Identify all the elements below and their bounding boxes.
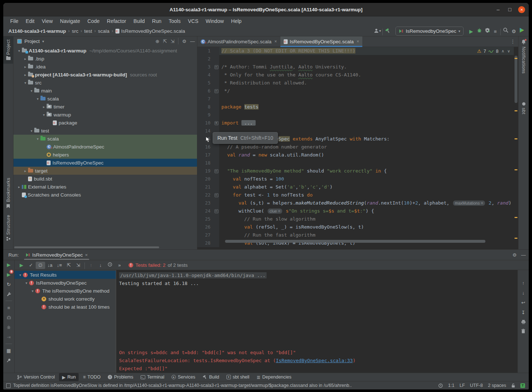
code-line[interactable]: 4 * Only for the use on the Aalto course…	[197, 71, 518, 79]
project-tree-item[interactable]: ▾warmup	[13, 111, 197, 119]
tree-chevron-icon[interactable]: ▾	[41, 113, 47, 117]
close-icon[interactable]: ×	[356, 39, 359, 44]
breadcrumb-item[interactable]: src	[72, 28, 78, 34]
debug-button[interactable]	[475, 27, 483, 35]
editor-tab-1[interactable]: ≡IsRemovedByOneSpec.scala×	[280, 36, 363, 47]
indent-setting[interactable]: 2 spaces	[488, 383, 506, 388]
breadcrumb-item[interactable]: test	[84, 28, 92, 34]
previous-failed-test-button[interactable]: ↑	[86, 262, 96, 269]
tool-window-button-dependencies[interactable]: ≣Dependencies	[254, 373, 294, 381]
tree-chevron-icon[interactable]: ▸	[41, 105, 47, 109]
menu-item-tools[interactable]: Tools	[165, 17, 184, 25]
pin-tab-button[interactable]	[5, 357, 12, 364]
close-icon[interactable]: ×	[85, 252, 88, 258]
user-dropdown[interactable]: ▾	[373, 27, 381, 35]
editor-vertical-scrollbar[interactable]	[514, 47, 518, 249]
project-tree-item[interactable]: ▾main	[13, 87, 197, 95]
breadcrumb-item[interactable]: scala	[98, 28, 110, 34]
tree-chevron-icon[interactable]: ▸	[23, 65, 28, 69]
code-line[interactable]: 1// Scala 3 (DO NOT EDIT OR REMOVE THIS …	[197, 47, 518, 55]
code-line[interactable]: 23 val (s,t) = helpers.makeMutatedReduce…	[197, 199, 518, 207]
project-tree-item[interactable]: ▸External Libraries	[13, 183, 197, 191]
project-tree-item[interactable]: ●build.sbt	[13, 175, 197, 183]
tool-strip-project-tab[interactable]: Project	[3, 36, 13, 64]
tool-window-button-sbt-shell[interactable]: ●sbt shell	[224, 373, 252, 381]
attach-debugger-button[interactable]: ⇥	[5, 334, 12, 340]
code-line[interactable]: 3−/* Author: Tommi Junttila, Aalto Unive…	[197, 63, 518, 71]
scroll-to-end-button[interactable]: ↧	[521, 310, 525, 315]
test-runner-settings-button[interactable]	[5, 291, 12, 297]
next-failed-test-button[interactable]: ↓	[96, 262, 105, 269]
tool-window-button-todo[interactable]: ≡TODO	[80, 373, 103, 381]
tree-chevron-icon[interactable]: ▾	[30, 289, 35, 293]
recent-activity-icon[interactable]	[438, 383, 443, 388]
code-line[interactable]: 20 val nofTests = 100	[197, 175, 518, 183]
tree-chevron-icon[interactable]: ▾	[29, 129, 34, 133]
project-tree-item[interactable]: ▾A1140-scala3-r1-warmup~/tmp/demo/Course…	[13, 47, 197, 55]
tool-window-button-run[interactable]: ▶Run	[59, 373, 79, 381]
previous-problem-icon[interactable]: ∧	[501, 49, 504, 54]
scroll-down-button[interactable]: ↓	[522, 290, 525, 296]
test-tree-item[interactable]: ▾!Test Results	[15, 271, 116, 279]
close-icon[interactable]: ×	[275, 39, 277, 44]
code-line[interactable]: 21 val alphabet = Set('a','b','c','d')	[197, 183, 518, 191]
menu-item-edit[interactable]: Edit	[23, 17, 38, 25]
hide-panel-icon[interactable]: —	[521, 252, 526, 258]
fold-marker-icon[interactable]: −	[214, 89, 218, 93]
menu-item-vcs[interactable]: VCS	[185, 17, 202, 25]
editor-horizontal-scrollbar[interactable]	[225, 240, 485, 243]
sort-alphabetically-toggle[interactable]: ↓a	[45, 262, 55, 269]
project-panel-title[interactable]: Project	[24, 39, 40, 44]
rerun-failed-tests-button[interactable]: ▶9	[5, 271, 12, 278]
tree-chevron-icon[interactable]: ▾	[35, 97, 40, 101]
options-button[interactable]: ⚙	[182, 39, 186, 44]
tree-chevron-icon[interactable]: ▾	[29, 89, 34, 93]
tree-chevron-icon[interactable]: ▸	[23, 57, 28, 61]
tool-strip-bookmarks-tab[interactable]: Bookmarks	[6, 175, 11, 212]
code-line[interactable]: 5 * Redistribution not allowed.	[197, 79, 518, 87]
lock-icon[interactable]	[511, 383, 515, 388]
print-button[interactable]	[521, 320, 526, 324]
project-tree-item[interactable]: ▾scala	[13, 95, 197, 103]
console-file-link[interactable]: IsRemovedByOneSpec.scala:33	[276, 358, 352, 363]
event-log-icon[interactable]	[6, 383, 11, 388]
project-tree-item[interactable]: ▾test	[13, 127, 197, 135]
menu-item-code[interactable]: Code	[84, 17, 103, 25]
project-horizontal-scrollbar[interactable]	[14, 246, 159, 248]
editor-tab-0[interactable]: CAlmostPalindromeSpec.scala×	[197, 36, 280, 47]
menu-item-build[interactable]: Build	[130, 17, 148, 25]
tool-window-button-services[interactable]: ▶Services	[169, 373, 198, 381]
line-separator[interactable]: LF	[460, 383, 465, 388]
settings-button[interactable]: ⚙	[510, 27, 518, 35]
expand-all-button[interactable]: ⇱	[64, 262, 74, 269]
menu-item-run[interactable]: Run	[149, 17, 165, 25]
toggle-auto-test-button[interactable]: ↻	[5, 281, 12, 288]
menu-item-navigate[interactable]: Navigate	[57, 17, 83, 25]
test-console[interactable]: /usr/lib/jvm/java-1.11.0-openjdk-amd64/b…	[116, 270, 517, 373]
project-tree-item[interactable]: ▸timer	[13, 103, 197, 111]
close-window-icon[interactable]: ×	[518, 6, 525, 13]
stop-button[interactable]: ■	[491, 28, 499, 36]
test-tree-item[interactable]: ▾!The isRemovedByOne method	[15, 287, 116, 295]
tool-strip-structure-tab[interactable]: Structure	[6, 212, 11, 249]
editor-options-kebab-icon[interactable]: ⋮	[511, 39, 516, 44]
maximize-window-icon[interactable]: □	[507, 7, 513, 12]
code-line[interactable]: 10+import ...	[197, 119, 518, 127]
more-actions-button[interactable]: »	[115, 262, 124, 269]
code-line[interactable]: 24− withClue( clue = s"On strings s=$s a…	[197, 207, 518, 215]
code-line[interactable]: 18	[197, 159, 518, 167]
project-tree-item[interactable]: ▸.bsp	[13, 55, 197, 63]
rerun-button[interactable]: ▶	[17, 262, 26, 269]
fold-marker-icon[interactable]: −	[214, 65, 218, 69]
fold-marker-icon[interactable]: −	[214, 193, 218, 197]
build-project-button[interactable]	[384, 27, 392, 35]
run-button[interactable]: ▶	[467, 27, 475, 35]
code-line[interactable]: 6− */	[197, 87, 518, 95]
clear-all-button[interactable]	[521, 329, 525, 333]
ide-promo-button[interactable]	[518, 26, 526, 34]
menu-item-file[interactable]: File	[7, 17, 22, 25]
project-tree-item[interactable]: Scratches and Consoles	[13, 191, 197, 199]
minimize-window-icon[interactable]: –	[495, 7, 501, 12]
tool-window-button-problems[interactable]: !Problems	[105, 373, 136, 381]
code-line[interactable]: 19− "The isRemovedByOne method" should "…	[197, 167, 518, 175]
